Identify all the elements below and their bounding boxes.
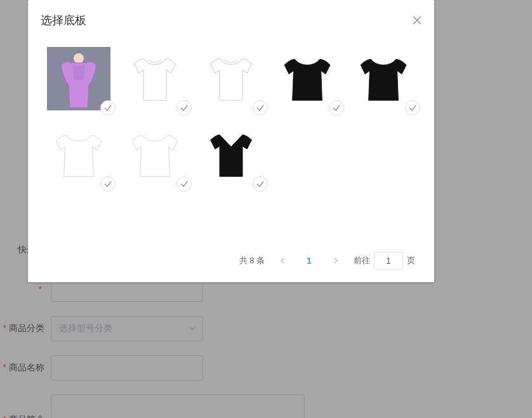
template-item-6[interactable] [47,123,110,186]
check-icon [253,100,268,115]
check-icon [100,100,116,115]
template-item-3[interactable] [199,47,263,110]
template-item-7[interactable] [123,123,187,186]
check-icon [176,176,192,192]
check-icon [176,100,192,115]
dialog-title: 选择底板 [41,13,86,28]
pagination-total: 共 8 条 [239,255,265,266]
check-icon [100,176,116,192]
pagination-jump: 前往 页 [354,252,415,270]
pagination: 共 8 条 1 前往 页 [28,243,434,282]
template-item-4[interactable] [276,47,339,110]
template-item-8[interactable] [199,123,263,186]
check-icon [253,176,268,192]
template-item-1[interactable] [47,47,110,110]
check-icon [329,100,344,115]
select-template-dialog: 选择底板 共 8 条 1 前往 页 [28,0,434,282]
dialog-body [28,34,434,243]
template-grid [47,47,415,186]
pagination-jump-input[interactable] [374,252,403,270]
close-icon[interactable] [413,16,422,25]
template-item-5[interactable] [352,47,415,110]
check-icon [405,100,420,115]
pagination-next-button[interactable] [327,252,345,270]
template-item-2[interactable] [123,47,187,110]
pagination-prev-button[interactable] [274,252,291,270]
pagination-page-1[interactable]: 1 [300,252,318,270]
dialog-header: 选择底板 [28,0,434,34]
svg-point-1 [74,53,84,63]
